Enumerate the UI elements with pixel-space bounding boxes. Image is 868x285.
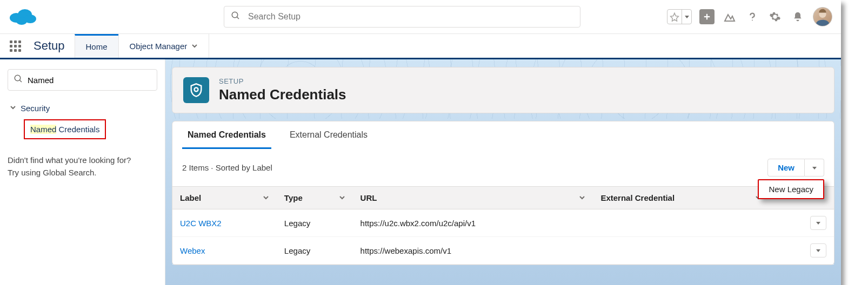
col-type[interactable]: Type	[277, 187, 353, 209]
svg-point-3	[16, 17, 27, 25]
sidebar-item-named-credentials[interactable]: Named Credentials	[24, 119, 106, 139]
new-legacy-menu-item[interactable]: New Legacy	[758, 179, 824, 199]
page-header: SETUP Named Credentials	[172, 67, 834, 113]
user-avatar[interactable]	[813, 7, 832, 26]
nav-tab-home[interactable]: Home	[75, 34, 118, 58]
sidebar-highlight-match: Named	[30, 125, 56, 134]
tab-named-credentials[interactable]: Named Credentials	[182, 121, 271, 149]
trailhead-icon[interactable]	[722, 9, 737, 24]
global-add-button[interactable]	[699, 9, 715, 24]
col-external-credential[interactable]: External Credential	[593, 187, 769, 209]
app-title: Setup	[30, 34, 75, 58]
svg-marker-16	[816, 222, 820, 225]
star-icon	[667, 12, 682, 22]
list-meta: 2 Items · Sorted by Label	[182, 163, 272, 172]
help-icon[interactable]	[745, 9, 760, 24]
svg-point-4	[232, 12, 238, 18]
context-nav: Setup Home Object Manager	[0, 33, 841, 59]
svg-point-10	[752, 20, 753, 21]
global-header	[0, 0, 841, 33]
search-icon	[14, 74, 23, 86]
nav-tab-label: Object Manager	[130, 42, 188, 51]
row-ext	[593, 209, 769, 237]
svg-line-5	[237, 17, 239, 19]
content-card: Named Credentials External Credentials 2…	[172, 121, 834, 265]
shield-icon	[183, 77, 209, 103]
chevron-down-icon[interactable]	[263, 193, 269, 202]
setup-sidebar: Security Named Credentials Didn't find w…	[0, 59, 165, 285]
col-label[interactable]: Label	[172, 187, 277, 209]
row-label-link[interactable]: Webex	[180, 246, 205, 255]
svg-marker-15	[812, 167, 817, 169]
svg-point-12	[15, 75, 21, 81]
nav-tab-object-manager[interactable]: Object Manager	[118, 34, 209, 58]
chevron-down-icon	[191, 42, 198, 51]
chevron-down-icon[interactable]	[339, 193, 345, 202]
credentials-table: Label Type URL External Credential U2C W…	[172, 186, 834, 264]
global-search[interactable]	[224, 6, 580, 28]
sidebar-help-text: Didn't find what you're looking for? Try…	[8, 154, 157, 179]
sidebar-item-label-rest: Credentials	[56, 125, 99, 134]
row-ext	[593, 237, 769, 264]
new-button[interactable]: New	[767, 159, 805, 177]
content-tabs: Named Credentials External Credentials	[172, 121, 834, 149]
svg-line-13	[19, 80, 22, 82]
sidebar-item-security[interactable]: Security	[8, 100, 157, 116]
setup-gear-icon[interactable]	[767, 9, 783, 24]
svg-point-14	[195, 87, 198, 91]
favorites-button[interactable]	[667, 9, 692, 24]
row-url: https://webexapis.com/v1	[353, 237, 593, 264]
tab-external-credentials[interactable]: External Credentials	[284, 121, 373, 149]
app-launcher[interactable]	[0, 34, 30, 58]
table-row: Webex Legacy https://webexapis.com/v1	[172, 237, 834, 264]
global-search-input[interactable]	[248, 12, 573, 22]
col-url[interactable]: URL	[353, 187, 593, 209]
favorites-dropdown[interactable]	[682, 10, 691, 24]
salesforce-logo	[9, 7, 37, 26]
row-label-link[interactable]: U2C WBX2	[180, 219, 222, 228]
page-title: Named Credentials	[219, 86, 346, 103]
chevron-down-icon	[10, 104, 16, 112]
search-icon	[231, 11, 241, 23]
table-row: U2C WBX2 Legacy https://u2c.wbx2.com/u2c…	[172, 209, 834, 237]
svg-marker-17	[816, 249, 820, 252]
row-actions-menu[interactable]	[810, 216, 826, 230]
notification-bell-icon[interactable]	[790, 9, 805, 24]
sidebar-section-label: Security	[21, 104, 50, 113]
new-button-dropdown[interactable]	[805, 159, 824, 177]
row-actions-menu[interactable]	[810, 243, 826, 257]
svg-marker-7	[685, 16, 689, 18]
chevron-down-icon[interactable]	[579, 193, 585, 202]
page-eyebrow: SETUP	[219, 77, 346, 85]
row-type: Legacy	[277, 237, 353, 264]
main-content: SETUP Named Credentials Named Credential…	[165, 59, 841, 285]
row-type: Legacy	[277, 209, 353, 237]
svg-marker-6	[671, 13, 679, 21]
apps-grid-icon	[10, 40, 21, 52]
row-url: https://u2c.wbx2.com/u2c/api/v1	[353, 209, 593, 237]
quick-find[interactable]	[8, 69, 157, 91]
quick-find-input[interactable]	[28, 76, 151, 85]
